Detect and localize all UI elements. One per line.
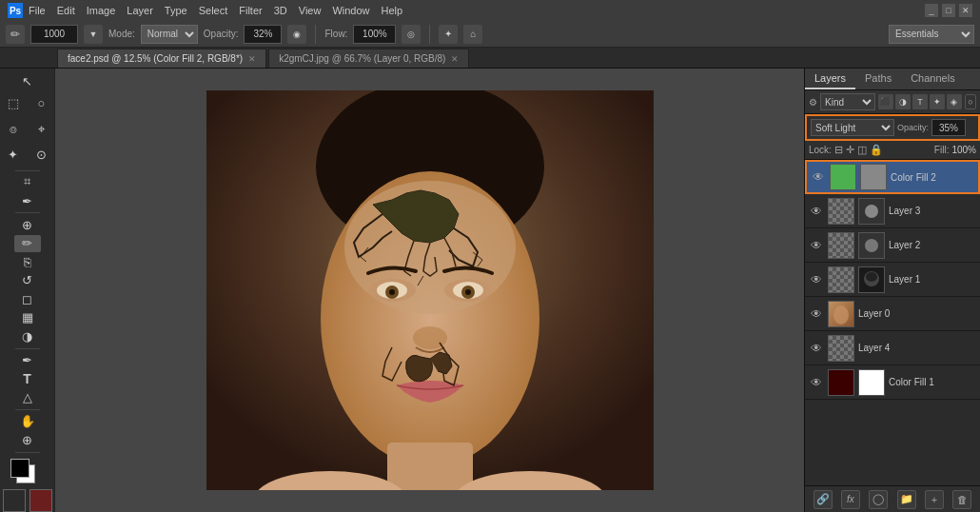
new-group-btn[interactable]: 📁 <box>897 490 916 509</box>
layer-mask-layer1[interactable] <box>858 266 885 293</box>
layer-mask-layer3[interactable] <box>858 198 885 225</box>
brush-size-input[interactable] <box>30 25 78 44</box>
smoothing-icon[interactable]: ⌂ <box>463 25 482 44</box>
eyedropper-btn[interactable]: ✒ <box>14 192 41 210</box>
lock-pixels-icon[interactable]: ⊟ <box>834 144 843 156</box>
ellipse-marquee-btn[interactable]: ○ <box>29 91 55 116</box>
blend-mode-select[interactable]: Normal Multiply Screen <box>141 25 198 44</box>
layer-eye-layer1[interactable]: 👁 <box>809 272 824 287</box>
menu-3d[interactable]: 3D <box>274 5 287 16</box>
opacity-value-input[interactable] <box>931 119 966 136</box>
menu-help[interactable]: Help <box>382 5 403 16</box>
menu-window[interactable]: Window <box>332 5 369 16</box>
layer-eye-layer4[interactable]: 👁 <box>809 341 824 356</box>
pressure-opacity-icon[interactable]: ◉ <box>287 25 306 44</box>
tab-face2-close[interactable]: ✕ <box>248 54 256 64</box>
standard-mode-btn[interactable] <box>3 489 26 512</box>
tab-channels[interactable]: Channels <box>901 69 964 89</box>
canvas-area[interactable] <box>55 69 804 512</box>
smart-filter-icon[interactable]: ◈ <box>947 94 962 109</box>
hand-btn[interactable]: ✋ <box>14 413 41 431</box>
color-swatches[interactable] <box>10 459 45 481</box>
tab-k2gmcj-close[interactable]: ✕ <box>451 54 459 64</box>
dodge-btn[interactable]: ◑ <box>14 327 41 345</box>
blend-mode-select[interactable]: Soft Light Normal Multiply <box>811 119 894 136</box>
layer-row-layer0[interactable]: 👁 Layer 0 <box>805 297 980 331</box>
tab-face2[interactable]: face2.psd @ 12.5% (Color Fill 2, RGB/8*)… <box>57 49 266 68</box>
menu-type[interactable]: Type <box>165 5 187 16</box>
foreground-color-swatch[interactable] <box>10 459 29 478</box>
layer-mask-color-fill-1[interactable] <box>858 369 885 396</box>
layer-row-layer2[interactable]: 👁 Layer 2 <box>805 228 980 263</box>
maximize-button[interactable]: □ <box>942 4 955 17</box>
eraser-btn[interactable]: ◻ <box>14 290 41 308</box>
quick-select-btn[interactable]: ⊙ <box>29 143 55 167</box>
shape-filter-icon[interactable]: ✦ <box>930 94 945 109</box>
close-button[interactable]: ✕ <box>959 4 972 17</box>
magic-wand-btn[interactable]: ✦ <box>0 143 27 167</box>
layer-row-layer3[interactable]: 👁 Layer 3 <box>805 194 980 228</box>
link-layers-btn[interactable]: 🔗 <box>813 490 833 509</box>
polygonal-lasso-btn[interactable]: ⌖ <box>29 117 55 142</box>
pen-btn[interactable]: ✒ <box>14 351 41 369</box>
layer-thumb-color-fill-1 <box>828 369 854 396</box>
menu-image[interactable]: Image <box>87 5 116 16</box>
lasso-btn[interactable]: ⌾ <box>0 117 27 142</box>
quick-mask-btn[interactable] <box>29 489 52 512</box>
opacity-input[interactable] <box>244 25 282 44</box>
layer-eye-color-fill-1[interactable]: 👁 <box>809 375 824 390</box>
zoom-btn[interactable]: ⊕ <box>14 431 41 449</box>
lock-artboard-icon[interactable]: ◫ <box>857 144 867 156</box>
layer-eye-layer0[interactable]: 👁 <box>809 306 824 322</box>
crop-btn[interactable]: ⌗ <box>14 173 41 191</box>
tab-k2gmcj[interactable]: k2gmCJ.jpg @ 66.7% (Layer 0, RGB/8) ✕ <box>268 49 469 68</box>
layer-row-color-fill-2[interactable]: 👁 Color Fill 2 <box>805 160 980 194</box>
tab-paths[interactable]: Paths <box>855 69 901 89</box>
layer-eye-layer2[interactable]: 👁 <box>809 238 824 253</box>
fx-btn[interactable]: fx <box>841 490 860 509</box>
history-brush-btn[interactable]: ↺ <box>14 272 41 290</box>
airbrush-icon[interactable]: ✦ <box>439 25 458 44</box>
add-mask-btn[interactable]: ◯ <box>869 490 888 509</box>
tab-layers[interactable]: Layers <box>805 69 855 89</box>
workspace-select[interactable]: Essentials <box>889 25 974 44</box>
gradient-btn[interactable]: ▦ <box>14 309 41 327</box>
layer-mask-color-fill-2[interactable] <box>860 164 887 190</box>
filter-toggle[interactable]: ○ <box>965 94 976 109</box>
lock-position-icon[interactable]: ✛ <box>846 144 854 156</box>
shape-btn[interactable]: △ <box>14 388 41 406</box>
menu-edit[interactable]: Edit <box>57 5 75 16</box>
new-layer-btn[interactable]: + <box>925 490 944 509</box>
menu-view[interactable]: View <box>299 5 322 16</box>
delete-layer-btn[interactable]: 🗑 <box>952 490 971 509</box>
text-btn[interactable]: T <box>14 370 41 388</box>
type-filter-icon[interactable]: T <box>912 94 928 109</box>
minimize-button[interactable]: _ <box>925 4 938 17</box>
layer-row-layer1[interactable]: 👁 Layer 1 <box>805 263 980 297</box>
layer-name-layer2: Layer 2 <box>889 240 976 250</box>
filter-kind-label: ⚙ <box>809 97 817 108</box>
rect-marquee-btn[interactable]: ⬚ <box>0 91 27 116</box>
flow-input[interactable] <box>353 25 396 44</box>
lock-all-icon[interactable]: 🔒 <box>870 144 883 156</box>
titlebar: Ps File Edit Image Layer Type Select Fil… <box>0 0 980 21</box>
brush-preset-icon[interactable]: ▼ <box>84 25 103 44</box>
layer-eye-layer3[interactable]: 👁 <box>809 204 824 219</box>
menu-file[interactable]: File <box>29 5 46 16</box>
brush-options-icon[interactable]: ✏ <box>6 25 25 44</box>
filter-kind-select[interactable]: Kind <box>820 93 875 110</box>
move-tool-btn[interactable]: ↖ <box>14 72 41 90</box>
adjustment-filter-icon[interactable]: ◑ <box>895 94 911 109</box>
brush-btn[interactable]: ✏ <box>14 235 41 253</box>
menu-select[interactable]: Select <box>199 5 228 16</box>
layer-eye-color-fill-2[interactable]: 👁 <box>811 169 826 185</box>
pixel-filter-icon[interactable]: ⬛ <box>878 94 893 109</box>
layer-row-color-fill-1[interactable]: 👁 Color Fill 1 <box>805 365 980 400</box>
menu-layer[interactable]: Layer <box>127 5 153 16</box>
heal-btn[interactable]: ⊕ <box>14 216 41 234</box>
pressure-flow-icon[interactable]: ◎ <box>402 25 421 44</box>
clone-btn[interactable]: ⎘ <box>14 253 41 271</box>
layer-row-layer4[interactable]: 👁 Layer 4 <box>805 331 980 365</box>
menu-filter[interactable]: Filter <box>239 5 262 16</box>
layer-mask-layer2[interactable] <box>858 232 885 259</box>
